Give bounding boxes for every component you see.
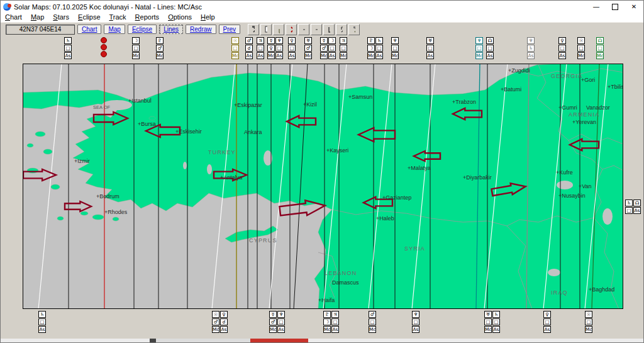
glyph-column	[101, 37, 107, 57]
menu-reports[interactable]: Reports	[131, 13, 164, 22]
glyph-column: ♃□As	[331, 311, 339, 333]
zoom-page-icon[interactable]	[260, 24, 272, 35]
region-label: IRAQ	[551, 290, 568, 296]
glyph-box: □	[275, 45, 283, 52]
city-label: +Gori	[581, 77, 595, 83]
glyph-box: ☊	[633, 200, 641, 206]
line-marker-group: ♂□Mc	[369, 311, 376, 333]
prev-button[interactable]: Prev	[219, 25, 241, 34]
menu-chart[interactable]: Chart	[1, 13, 26, 22]
line-marker-group: ♆□Mc	[475, 37, 483, 59]
crosshair-icon[interactable]	[311, 24, 322, 35]
city-label: Vanadzor	[586, 104, 610, 111]
tools-icon[interactable]	[248, 24, 259, 35]
glyph-column: ☽□As	[328, 37, 336, 59]
menu-options[interactable]: Options	[164, 13, 196, 22]
glyph-column: ♆□As	[412, 311, 419, 333]
glyph-box: As	[331, 326, 339, 333]
glyph-column: ♆□As	[277, 311, 285, 333]
glyph-box: □	[585, 318, 592, 325]
glyph-box: ♇	[156, 37, 164, 44]
glyph-box: □	[558, 45, 566, 52]
map-area[interactable]: +IstanbulSEA OF+Bursa+Eskisehir+Eskipaza…	[23, 64, 623, 309]
glyph-column: ☿♀Mc	[267, 37, 275, 59]
chart-button[interactable]: Chart	[77, 25, 101, 34]
menu-track[interactable]: Track	[105, 13, 131, 22]
glyph-box: □	[328, 45, 336, 52]
island	[35, 132, 45, 137]
glyph-column: ♅♂Mc	[304, 37, 312, 59]
glyph-column: ♇♂Mc	[156, 37, 164, 59]
glyph-box: ☽	[367, 45, 375, 52]
close-button[interactable]: ✕	[625, 1, 643, 13]
glyph-box: □	[38, 318, 46, 325]
menu-stars[interactable]: Stars	[48, 13, 74, 22]
glyph-box: □	[543, 318, 551, 325]
line-marker-group: ♀□As	[558, 37, 566, 59]
line-marker-group: ☽□Mc	[132, 37, 140, 59]
hand-icon[interactable]	[273, 24, 284, 35]
glyph-box: ♄	[527, 45, 535, 52]
glyph-box: ☉	[577, 37, 585, 44]
city-label: +Bodrum	[96, 193, 119, 200]
map-button[interactable]: Map	[104, 25, 125, 34]
glyph-box: ♆	[391, 37, 399, 44]
hammers-icon[interactable]	[348, 24, 360, 35]
glyph-box: ♀	[543, 311, 551, 318]
glyph-box: Mc	[269, 326, 277, 333]
glyph-box: As	[558, 52, 566, 59]
island	[92, 215, 104, 220]
glyph-column: ☉□Mc	[585, 311, 592, 333]
island	[149, 116, 155, 120]
glyph-box: ♀	[220, 311, 228, 318]
toolbar-icons	[247, 24, 360, 35]
glyph-column: ☊□Mc	[596, 37, 604, 59]
solar-maps-window: Solar Maps: 07.10.2025 Koc dolunayi - Na…	[0, 0, 644, 343]
glyph-box: □	[391, 45, 399, 52]
redraw-button[interactable]: Redraw	[186, 25, 216, 34]
taskbar-segment	[308, 339, 644, 343]
line-marker-group: ☉♂Mc♀☌As	[212, 311, 228, 333]
glyph-box: ☌	[220, 318, 228, 325]
glyph-box: □	[340, 45, 347, 52]
menu-help[interactable]: Help	[196, 13, 219, 22]
map-canvas[interactable]: +IstanbulSEA OF+Bursa+Eskisehir+Eskipaza…	[23, 64, 623, 309]
city-label: +Izmir	[74, 158, 90, 164]
glyph-column: ♄□As	[64, 37, 72, 59]
line-marker-group: ♀□As	[543, 311, 551, 333]
meridian-icon[interactable]	[298, 24, 309, 35]
glyph-box: □	[288, 45, 296, 52]
toolbar: 42N37 045E14 ChartMapEclipseLinesRedrawP…	[1, 22, 643, 36]
glyph-box: As	[492, 326, 500, 333]
glyph-column: ☉♂Mc	[212, 311, 219, 333]
delete-icon[interactable]	[286, 24, 297, 35]
lines-button[interactable]: Lines	[159, 25, 183, 34]
scale-icon[interactable]	[336, 24, 347, 35]
glyph-box: As	[486, 52, 494, 59]
glyph-box: □	[277, 318, 285, 325]
city-label: +Haifa	[318, 297, 335, 303]
glyph-box: Mc	[231, 52, 239, 59]
glyph-column: ♄□	[625, 200, 633, 214]
glyph-box: Mc	[340, 52, 347, 59]
island	[43, 149, 52, 154]
corner-angle-icon[interactable]	[323, 24, 335, 35]
glyph-box: □	[132, 45, 140, 52]
glyph-box: As	[275, 52, 283, 59]
maximize-button[interactable]	[606, 1, 625, 13]
glyph-box: ♆	[275, 37, 283, 44]
glyph-box: ☊	[596, 37, 604, 44]
eclipse-button[interactable]: Eclipse	[128, 25, 157, 34]
toolbar-buttons: ChartMapEclipseLinesRedrawPrev	[75, 25, 240, 34]
glyph-box: Mc	[367, 52, 375, 59]
line-marker-group: ♇☽Mc♄□As	[367, 37, 383, 59]
glyph-box: Mc	[212, 326, 219, 333]
line-marker-group: ☉□Mc	[231, 37, 239, 59]
menu-eclipse[interactable]: Eclipse	[74, 13, 104, 22]
city-label: +Eskipazar	[234, 102, 262, 108]
line-marker-group: ♄□As	[38, 311, 46, 333]
menu-map[interactable]: Map	[26, 13, 48, 22]
glyph-box: □	[369, 318, 376, 325]
glyph-box: ♂	[320, 45, 328, 52]
minimize-button[interactable]: —	[587, 1, 606, 13]
